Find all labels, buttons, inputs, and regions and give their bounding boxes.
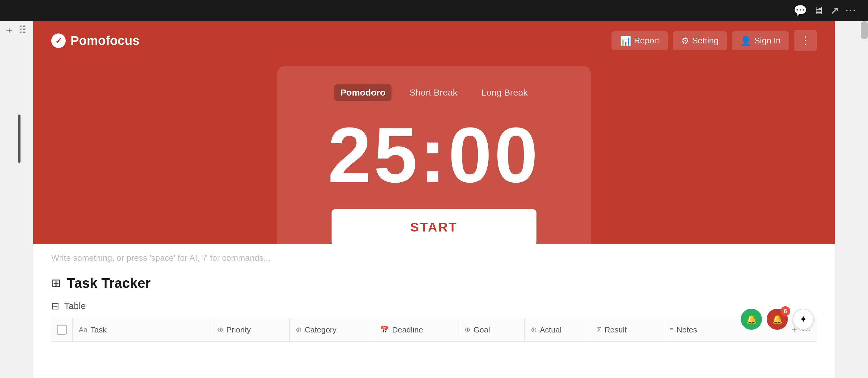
report-icon: 📊 [620,36,631,46]
top-left-controls: + ⠿ [6,24,26,37]
start-button[interactable]: START [332,209,536,245]
th-priority-label: Priority [226,325,251,335]
th-checkbox-col [51,325,72,335]
table-icon: ⊟ [51,300,59,312]
th-task[interactable]: Aa Task [72,318,211,341]
timer-card: Pomodoro Short Break Long Break 25:00 ST… [277,66,591,263]
deadline-icon: 📅 [380,325,389,334]
th-goal-label: Goal [473,325,490,335]
priority-icon: ⊕ [217,325,223,334]
magic-icon[interactable]: ✦ [793,309,814,330]
notes-icon: ≡ [670,325,674,334]
timer-display: 25:00 [328,116,540,194]
setting-label: Setting [692,36,718,45]
task-tracker-heading: ⊞ Task Tracker [51,275,817,291]
notification-badge: 6 [781,306,790,316]
table-header: Aa Task ⊕ Priority ⊕ Category 📅 Deadline… [51,318,817,342]
table-label-text: Table [64,301,86,311]
content-area: Write something, or press 'space' for AI… [33,244,835,378]
th-notes-label: Notes [677,325,697,335]
more-options-icon[interactable]: ⋯ [845,4,856,17]
logo-text: Pomofocus [70,33,140,48]
main-container: ✓ Pomofocus 📊 Report ⚙ Setting 👤 Sign In… [33,21,835,378]
header-checkbox[interactable] [57,325,67,335]
th-result[interactable]: Σ Result [591,318,663,341]
signin-button[interactable]: 👤 Sign In [732,31,789,50]
tab-short-break[interactable]: Short Break [404,85,463,101]
th-category-label: Category [305,325,337,335]
tab-pomodoro[interactable]: Pomodoro [334,85,392,101]
grid-icon[interactable]: ⠿ [19,24,26,37]
green-float-icon[interactable]: 🔔 [741,309,762,330]
left-scroll-marker [18,115,21,163]
table-label: ⊟ Table [51,300,817,312]
floating-icons: 🔔 🔔 6 ✦ [741,309,814,330]
th-priority[interactable]: ⊕ Priority [211,318,289,341]
th-actual[interactable]: ⊕ Actual [524,318,591,341]
timer-tabs: Pomodoro Short Break Long Break [334,85,534,101]
monitor-icon[interactable]: 🖥 [813,4,824,17]
report-label: Report [634,36,659,45]
result-icon: Σ [597,325,601,334]
setting-button[interactable]: ⚙ Setting [673,31,727,50]
browser-chrome: 💬 🖥 ↗ ⋯ [0,0,868,21]
setting-icon: ⚙ [681,36,689,46]
task-tracker-icon: ⊞ [51,276,61,290]
scrollbar[interactable] [861,21,868,292]
external-link-icon[interactable]: ↗ [830,4,839,17]
th-category[interactable]: ⊕ Category [289,318,374,341]
top-nav: ✓ Pomofocus 📊 Report ⚙ Setting 👤 Sign In… [33,21,835,60]
th-task-label: Task [90,325,106,335]
chat-icon[interactable]: 💬 [794,4,807,17]
more-menu-button[interactable]: ⋮ [794,30,817,51]
tab-long-break[interactable]: Long Break [475,85,533,101]
task-tracker-title: Task Tracker [67,275,151,291]
th-deadline[interactable]: 📅 Deadline [374,318,458,341]
pomofocus-app: ✓ Pomofocus 📊 Report ⚙ Setting 👤 Sign In… [33,21,835,244]
signin-icon: 👤 [740,36,751,46]
logo-check-icon: ✓ [51,33,66,48]
category-icon: ⊕ [296,325,302,334]
actual-icon: ⊕ [531,325,537,334]
scroll-indicator [422,236,446,238]
th-goal[interactable]: ⊕ Goal [458,318,524,341]
report-button[interactable]: 📊 Report [612,31,668,50]
nav-buttons: 📊 Report ⚙ Setting 👤 Sign In ⋮ [612,30,817,51]
logo: ✓ Pomofocus [51,33,140,48]
red-float-icon[interactable]: 🔔 6 [767,309,788,330]
goal-icon: ⊕ [464,325,470,334]
scrollbar-thumb[interactable] [861,21,868,39]
signin-label: Sign In [754,36,781,45]
th-actual-label: Actual [540,325,561,335]
plus-icon[interactable]: + [6,24,12,37]
th-task-prefix: Aa [79,325,87,334]
th-result-label: Result [604,325,627,335]
th-deadline-label: Deadline [392,325,423,335]
